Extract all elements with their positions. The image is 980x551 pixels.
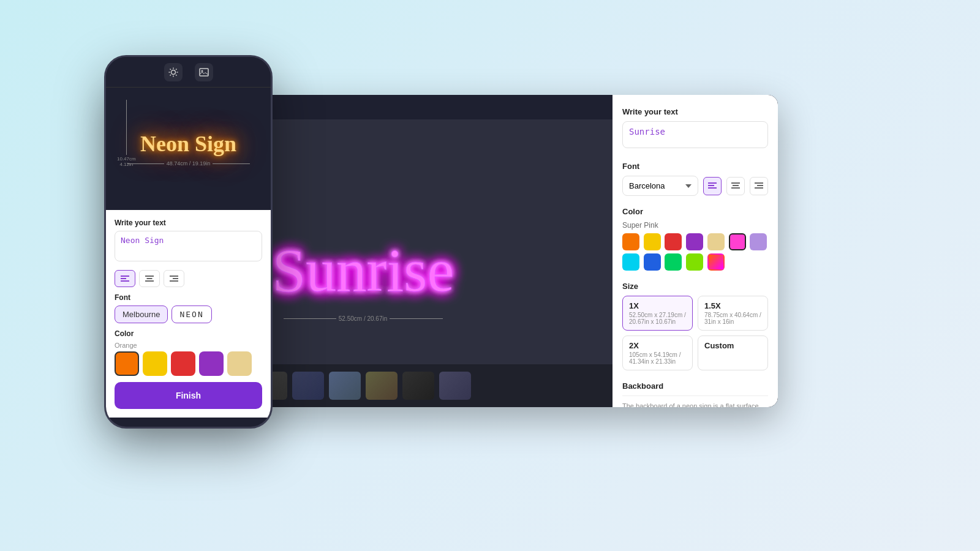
- phone-color-purple[interactable]: [199, 351, 224, 376]
- size-1.5x[interactable]: 1.5X 78.75cm x 40.64cm / 31in x 16in: [698, 296, 768, 331]
- phone-align-center[interactable]: [139, 270, 160, 287]
- svg-line-17: [176, 69, 176, 69]
- align-left-btn[interactable]: [703, 177, 722, 195]
- phone-sun-btn[interactable]: [164, 63, 183, 81]
- svg-rect-7: [755, 182, 763, 184]
- width-dim-label: 52.50cm / 20.67in: [339, 315, 388, 322]
- color-grid-row2: [622, 253, 768, 271]
- phone-height-line: [126, 100, 127, 155]
- width-dimension: 52.50cm / 20.67in: [284, 315, 443, 322]
- align-right-btn[interactable]: [750, 177, 768, 195]
- svg-rect-25: [147, 278, 153, 279]
- phone-finish-button[interactable]: Finish: [115, 382, 262, 409]
- color-purple[interactable]: [686, 233, 703, 250]
- color-gradient[interactable]: [707, 253, 725, 271]
- phone-height-label-1: 10.47cm: [117, 156, 136, 162]
- phone-align-right[interactable]: [164, 270, 184, 287]
- sun-icon: [168, 67, 178, 77]
- size-2x[interactable]: 2X 105cm x 54.19cm / 41.34in x 21.33in: [622, 335, 693, 370]
- phone-text-input[interactable]: Neon Sign: [115, 231, 262, 261]
- size-2x-dim: 105cm x 54.19cm / 41.34in x 21.33in: [629, 351, 686, 365]
- svg-rect-22: [121, 278, 126, 279]
- dim-bar-right: [390, 318, 442, 319]
- color-blue[interactable]: [644, 253, 661, 271]
- phone-color-beige[interactable]: [227, 351, 252, 376]
- font-select[interactable]: Barcelona: [622, 176, 698, 196]
- svg-text:Sunrise: Sunrise: [272, 236, 454, 303]
- color-beige[interactable]: [707, 233, 725, 250]
- phone-font-melbourne[interactable]: Melbourne: [115, 305, 168, 323]
- color-lavender[interactable]: [750, 233, 767, 250]
- thumbnail-6[interactable]: [439, 372, 471, 400]
- thumb-img-3: [329, 372, 361, 400]
- right-panel: Write your text Sunrise Font Barcelona: [612, 95, 778, 407]
- thumbnail-2[interactable]: [292, 372, 324, 400]
- phone-color-row: [115, 351, 262, 376]
- size-1.5x-dim: 78.75cm x 40.64cm / 31in x 16in: [704, 312, 761, 325]
- color-grid-row1: [622, 233, 768, 250]
- color-selected-name: Super Pink: [622, 221, 768, 230]
- phone-color-yellow[interactable]: [143, 351, 167, 376]
- phone-dim-bar-row: 48.74cm / 19.19in: [127, 160, 250, 167]
- thumb-img-4: [366, 372, 398, 400]
- thumb-img-2: [292, 372, 324, 400]
- phone-font-neon[interactable]: NEON: [172, 305, 211, 323]
- backboard-desc: The backboard of a neon sign is a flat s…: [622, 395, 768, 407]
- thumbnail-5[interactable]: [402, 372, 434, 400]
- color-orange[interactable]: [622, 233, 639, 250]
- font-label: Font: [622, 162, 768, 171]
- font-section: Font Barcelona: [622, 162, 768, 196]
- color-cyan[interactable]: [622, 253, 639, 271]
- svg-point-20: [201, 70, 203, 72]
- svg-rect-26: [145, 280, 154, 282]
- size-1.5x-label: 1.5X: [704, 301, 761, 310]
- color-green[interactable]: [665, 253, 682, 271]
- svg-rect-9: [755, 187, 763, 189]
- svg-rect-19: [200, 69, 208, 76]
- phone-color-red[interactable]: [171, 351, 195, 376]
- size-section: Size 1X 52.50cm x 27.19cm / 20.67in x 10…: [622, 282, 768, 370]
- phone-color-orange[interactable]: [115, 351, 139, 376]
- size-1x[interactable]: 1X 52.50cm x 27.19cm / 20.67in x 10.67in: [622, 296, 693, 331]
- thumbnail-4[interactable]: [366, 372, 398, 400]
- svg-rect-3: [708, 187, 717, 189]
- color-yellow[interactable]: [644, 233, 661, 250]
- phone-width-dim-label: 48.74cm / 19.19in: [164, 160, 213, 167]
- size-1x-dim: 52.50cm x 27.19cm / 20.67in x 10.67in: [629, 312, 686, 325]
- thumbnail-3[interactable]: [329, 372, 361, 400]
- write-text-input[interactable]: Sunrise: [622, 121, 768, 148]
- svg-rect-2: [708, 185, 714, 186]
- size-custom[interactable]: Custom: [698, 335, 768, 370]
- align-center-icon: [731, 182, 740, 190]
- phone-align-left[interactable]: [115, 270, 135, 287]
- write-text-label: Write your text: [622, 107, 768, 116]
- svg-rect-21: [121, 276, 129, 277]
- svg-rect-6: [731, 187, 740, 189]
- color-lime[interactable]: [686, 253, 703, 271]
- svg-line-16: [176, 75, 176, 75]
- phone-image-btn[interactable]: [195, 63, 213, 81]
- align-center-btn[interactable]: [726, 177, 745, 195]
- phone-align-right-icon: [170, 276, 178, 282]
- svg-rect-23: [121, 280, 129, 282]
- phone-dim-bar-r: [213, 163, 249, 164]
- svg-rect-29: [170, 280, 178, 282]
- align-right-icon: [755, 182, 763, 190]
- phone-top-bar: [106, 57, 271, 88]
- svg-line-15: [170, 69, 170, 69]
- size-custom-label: Custom: [704, 341, 761, 350]
- mobile-phone: 10.47cm 4.12in Neon Sign 48.74cm / 19.19…: [104, 55, 273, 429]
- color-red[interactable]: [665, 233, 682, 250]
- phone-align-left-icon: [121, 276, 129, 282]
- phone-form: Write your text Neon Sign: [106, 210, 271, 418]
- phone-font-label: Font: [115, 293, 262, 302]
- color-label: Color: [622, 207, 768, 216]
- image-icon: [199, 67, 209, 77]
- backboard-label: Backboard: [622, 381, 768, 391]
- align-left-icon: [708, 182, 717, 190]
- phone-color-title: Color: [115, 329, 262, 338]
- svg-line-18: [170, 75, 170, 75]
- phone-align-center-icon: [145, 276, 154, 282]
- color-super-pink[interactable]: [729, 233, 746, 250]
- svg-rect-1: [708, 182, 717, 184]
